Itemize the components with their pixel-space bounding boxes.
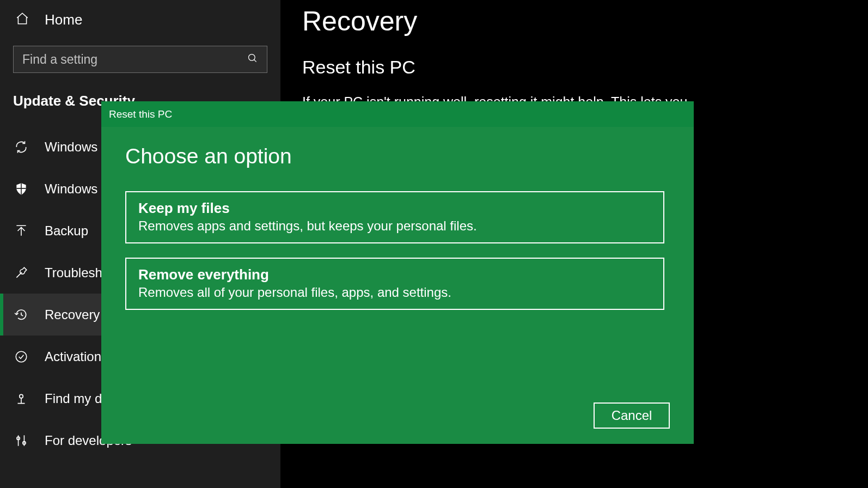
search-container — [13, 46, 267, 73]
option-desc: Removes all of your personal files, apps… — [138, 285, 651, 300]
cancel-label: Cancel — [612, 408, 652, 423]
sidebar-item-label: Backup — [45, 223, 88, 239]
search-icon — [247, 53, 258, 66]
svg-point-1 — [16, 351, 27, 362]
option-desc: Removes apps and settings, but keeps you… — [138, 218, 651, 234]
svg-point-0 — [249, 54, 255, 61]
app-root: Home Update & Security Windows Update — [0, 0, 868, 488]
dialog-heading: Choose an option — [125, 144, 670, 168]
dialog-window-title: Reset this PC — [109, 108, 172, 120]
section-title: Reset this PC — [302, 57, 846, 78]
dialog-option-list: Keep my files Removes apps and settings,… — [125, 191, 670, 310]
svg-point-2 — [20, 394, 23, 398]
shield-icon — [13, 182, 29, 196]
home-icon — [15, 11, 29, 28]
wrench-icon — [13, 266, 29, 280]
sync-icon — [13, 140, 29, 154]
backup-icon — [13, 224, 29, 238]
history-icon — [13, 308, 29, 322]
dialog-titlebar[interactable]: Reset this PC — [101, 101, 694, 127]
sidebar-item-home[interactable]: Home — [0, 0, 280, 39]
cancel-button[interactable]: Cancel — [594, 402, 670, 429]
option-keep-my-files[interactable]: Keep my files Removes apps and settings,… — [125, 191, 664, 243]
sliders-icon — [13, 434, 29, 448]
location-icon — [13, 392, 29, 406]
reset-pc-dialog: Reset this PC Choose an option Keep my f… — [101, 101, 694, 444]
sidebar-item-label: Activation — [45, 349, 101, 364]
search-box[interactable] — [13, 46, 267, 73]
sidebar-item-label: Recovery — [45, 307, 100, 322]
check-circle-icon — [13, 350, 29, 364]
page-title: Recovery — [302, 0, 846, 37]
dialog-body: Choose an option Keep my files Removes a… — [101, 127, 694, 444]
home-label: Home — [45, 11, 82, 28]
option-title: Remove everything — [138, 266, 651, 283]
option-remove-everything[interactable]: Remove everything Removes all of your pe… — [125, 258, 664, 310]
option-title: Keep my files — [138, 200, 651, 217]
search-input[interactable] — [22, 52, 247, 67]
dialog-footer: Cancel — [125, 402, 670, 429]
